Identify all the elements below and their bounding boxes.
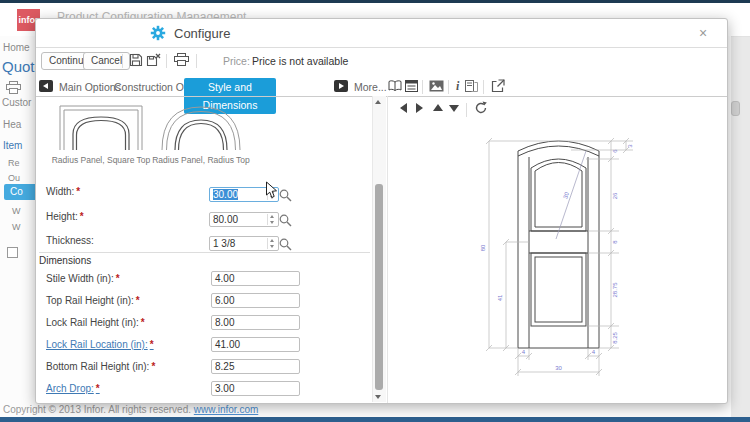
dim-door-height: 80 <box>480 244 486 251</box>
page-scrollbar-thumb[interactable] <box>731 101 740 116</box>
dim-stile-left: 4 <box>522 349 526 355</box>
tab-scroll-forward-icon[interactable] <box>334 80 348 92</box>
dim-stile-right: 4 <box>592 349 596 355</box>
dim-top-rail: 6 <box>612 149 618 153</box>
toolbar-separator-3 <box>196 54 197 68</box>
bottom-navy-bar <box>0 417 750 422</box>
sidebar-item-header[interactable]: Hea <box>3 119 21 130</box>
dimensions-section-title: Dimensions <box>39 255 91 266</box>
pan-down-icon[interactable] <box>449 105 459 112</box>
sidebar-subitem-2[interactable]: Ou <box>8 173 20 183</box>
thumbnail-radius-panel-radius-top[interactable] <box>158 103 244 151</box>
height-spinner[interactable] <box>267 214 277 225</box>
thickness-label: Thickness: <box>46 235 94 246</box>
arch-drop-link[interactable]: Arch Drop:* <box>46 383 100 394</box>
arch-drop-input[interactable]: 3.00 <box>211 381 300 396</box>
document-icon[interactable] <box>464 80 478 92</box>
pan-left-icon[interactable] <box>400 103 407 113</box>
form-scrollbar-thumb[interactable] <box>375 184 383 390</box>
thumbnail-radius-panel-square-top[interactable] <box>58 103 144 151</box>
reset-view-icon[interactable] <box>474 101 488 115</box>
thumbnail-label: Radius Panel, Radius Top <box>143 155 259 165</box>
footer: Copyright © 2013 Infor. All rights reser… <box>3 404 258 415</box>
toolbar-separator-2 <box>166 54 167 68</box>
preview-toolbar-separator-2 <box>448 80 449 94</box>
preview-toolbar-separator-3 <box>483 80 484 94</box>
price-value: Price is not available <box>252 55 348 67</box>
scrollbar-up-arrow[interactable] <box>375 100 381 104</box>
bottom-rail-height-label: Bottom Rail Height (in):* <box>46 361 155 372</box>
dim-bottom-panel: 28.75 <box>612 282 618 298</box>
toolbar-separator-1 <box>122 54 123 68</box>
height-input[interactable]: 80.00 <box>209 212 279 227</box>
breadcrumb[interactable]: Home <box>3 42 30 53</box>
height-label: Height:* <box>46 211 84 222</box>
lock-rail-height-label: Lock Rail Height (in):* <box>46 317 145 328</box>
height-lookup-icon[interactable] <box>279 214 292 227</box>
dialog-header <box>36 19 727 48</box>
save-icon[interactable] <box>129 53 143 67</box>
footer-link[interactable]: www.infor.com <box>194 404 258 415</box>
lock-rail-location-link[interactable]: Lock Rail Location (in):* <box>46 339 154 350</box>
stile-width-label: Stile Width (in):* <box>46 273 120 284</box>
dim-bottom-rail: 8.25 <box>612 332 618 344</box>
dim-top-panel: 26 <box>612 192 618 199</box>
width-label: Width:* <box>46 186 80 197</box>
dim-door-width: 30 <box>555 365 562 371</box>
cancel-button[interactable]: Cancel <box>83 52 130 70</box>
open-external-icon[interactable] <box>491 79 505 93</box>
lock-rail-height-input[interactable]: 8.00 <box>211 315 300 330</box>
footer-copyright: Copyright © 2013 Infor. All rights reser… <box>3 404 191 415</box>
pan-up-icon[interactable] <box>433 104 443 111</box>
sidebar-subitem-1[interactable]: Re <box>8 158 20 168</box>
sidebar-item-customer[interactable]: Custor <box>2 97 31 108</box>
configure-dialog: Configure × Continue Cancel Price: Price… <box>35 18 728 404</box>
section-divider <box>39 252 370 253</box>
scrollbar-down-arrow[interactable] <box>375 395 381 399</box>
price-label: Price: <box>223 55 250 67</box>
tab-scroll-back-icon[interactable] <box>39 80 53 92</box>
thumbnail-label: Radius Panel, Square Top <box>43 155 159 165</box>
tab-main-options[interactable]: Main Options <box>59 78 121 96</box>
summary-icon[interactable] <box>405 80 418 92</box>
dim-lock-rail-location: 41 <box>497 294 503 301</box>
sidebar-item-items[interactable]: Item <box>3 140 22 151</box>
gear-icon <box>150 25 166 41</box>
tab-more[interactable]: More... <box>354 78 387 96</box>
sidebar-subitem-3[interactable]: W <box>12 206 21 216</box>
close-icon[interactable]: × <box>699 25 707 41</box>
lock-rail-location-input[interactable]: 41.00 <box>211 337 300 352</box>
mouse-cursor <box>265 181 278 200</box>
preview-toolbar-separator-1 <box>422 80 423 94</box>
top-rail-height-label: Top Rail Height (in):* <box>46 295 140 306</box>
pan-right-icon[interactable] <box>416 103 423 113</box>
book-icon[interactable] <box>388 80 402 92</box>
image-icon[interactable] <box>429 80 444 92</box>
print-icon[interactable] <box>6 81 21 94</box>
thickness-spinner[interactable] <box>267 238 277 249</box>
thickness-input[interactable]: 1 3/8 <box>209 236 279 251</box>
bottom-rail-height-input[interactable]: 8.25 <box>211 359 300 374</box>
thickness-lookup-icon[interactable] <box>279 238 292 251</box>
dim-arch-drop: 3 <box>627 144 633 148</box>
height-input-value: 80.00 <box>213 214 238 225</box>
info-icon[interactable]: i <box>456 79 459 94</box>
dialog-title: Configure <box>174 26 230 41</box>
thickness-input-value: 1 3/8 <box>213 238 235 249</box>
width-lookup-icon[interactable] <box>279 189 292 202</box>
print-icon[interactable] <box>174 53 189 66</box>
sidebar-checkbox[interactable] <box>7 247 18 258</box>
dim-diagonal: 30 <box>562 191 570 200</box>
stile-width-input[interactable]: 4.00 <box>211 271 300 286</box>
width-input-value: 30.00 <box>213 189 238 200</box>
dim-lock-rail: 8 <box>612 240 618 244</box>
panel-divider <box>387 96 388 403</box>
sidebar-subitem-4[interactable]: W <box>12 222 21 232</box>
save-and-close-icon[interactable] <box>146 53 161 67</box>
door-drawing: 80 41 6 3 26 8 28.75 8.25 30 4 4 30 <box>461 126 701 386</box>
preview-nav-separator <box>466 103 467 117</box>
top-rail-height-input[interactable]: 6.00 <box>211 293 300 308</box>
